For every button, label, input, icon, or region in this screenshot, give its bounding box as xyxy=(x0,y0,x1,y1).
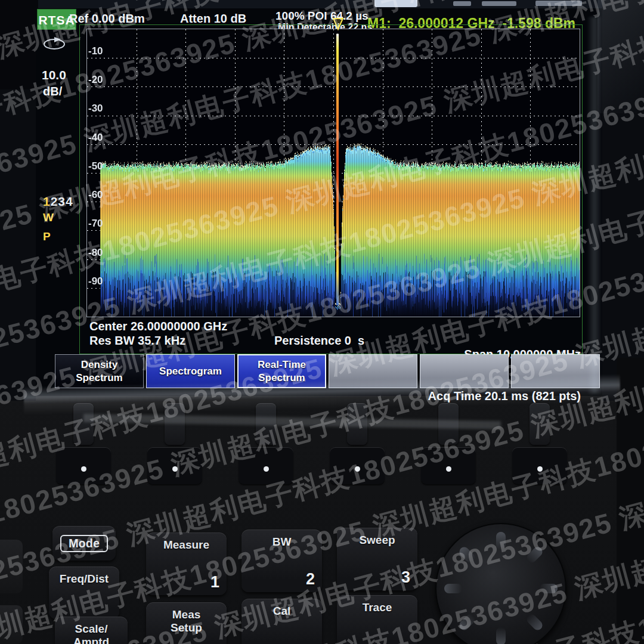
y-tick: -20 xyxy=(88,74,112,86)
top-fragment xyxy=(453,1,471,6)
nav-dot-key-6[interactable] xyxy=(512,447,567,484)
key-label: Measure xyxy=(146,538,227,552)
nav-dot-key-2[interactable] xyxy=(147,447,202,484)
top-cropped-tab xyxy=(374,0,417,7)
softkey-density-spectrum[interactable]: Density Spectrum xyxy=(55,354,144,388)
graticule-frame xyxy=(86,29,580,317)
y-tick: -80 xyxy=(88,247,112,259)
key-mode[interactable]: Mode xyxy=(52,526,116,561)
hw-softkey-6[interactable] xyxy=(530,403,550,445)
softkey-realtime-spectrum[interactable]: Real-Time Spectrum xyxy=(237,354,326,388)
key-meas-setup[interactable]: Meas Setup xyxy=(146,602,227,644)
key-cal[interactable]: Cal xyxy=(242,599,322,644)
trace-state-write: W xyxy=(43,211,54,224)
device-edge xyxy=(617,358,644,644)
knob-ridge xyxy=(540,584,558,593)
key-freq-dist[interactable]: Freq/Dist xyxy=(49,566,119,619)
marker-m1-icon[interactable] xyxy=(332,17,345,31)
key-digit: 3 xyxy=(401,568,410,587)
hw-softkey-2[interactable] xyxy=(165,403,185,445)
y-tick: -50 xyxy=(88,160,112,172)
softkey-spectrogram[interactable]: Spectrogram xyxy=(146,354,235,388)
key-label: Sweep xyxy=(337,534,417,547)
scale-per-div: 10.0 xyxy=(42,68,66,82)
scale-unit: dB/ xyxy=(43,85,62,98)
trace-state-p: P xyxy=(43,230,51,243)
softkey-blank-6[interactable] xyxy=(511,354,600,388)
key-digit: 2 xyxy=(306,570,315,589)
y-tick: -90 xyxy=(88,275,112,287)
res-bw: Res BW 35.7 kHz xyxy=(89,334,185,348)
center-frequency: Center 26.00000000 GHz xyxy=(89,320,227,333)
knob-ridge xyxy=(525,545,544,565)
knob-ridge xyxy=(444,584,462,593)
nav-dot-key-1[interactable] xyxy=(56,447,111,484)
key-dot xyxy=(81,466,86,472)
key-label: Meas Setup xyxy=(146,608,227,634)
key-label: BW xyxy=(242,535,322,549)
y-tick: -40 xyxy=(88,132,112,144)
continuous-sweep-icon xyxy=(41,33,68,52)
ref-level: Ref 0.00 dBm xyxy=(69,12,145,26)
lcd-screen: RTSA Ref 0.00 dBm Atten 10 dB 100% POI 6… xyxy=(36,8,602,396)
trace-234-indicators: 234 xyxy=(51,194,73,208)
knob-ridge xyxy=(525,612,544,632)
hw-softkey-3[interactable] xyxy=(256,403,276,445)
top-fragment xyxy=(535,1,582,6)
bezel-right xyxy=(602,0,644,401)
knob-ridge xyxy=(457,545,477,565)
poi-readout: 100% POI 64.2 µs xyxy=(275,10,369,23)
partial-key-left-2[interactable] xyxy=(0,605,23,644)
attenuation: Atten 10 dB xyxy=(180,12,246,26)
y-tick: -70 xyxy=(88,218,112,230)
hw-softkey-4[interactable] xyxy=(347,403,367,445)
key-dot xyxy=(355,466,360,472)
nav-dot-key-5[interactable] xyxy=(421,447,476,484)
key-bw-2[interactable]: BW 2 xyxy=(242,530,322,592)
softkey-blank-4[interactable] xyxy=(329,354,417,388)
knob-ridge xyxy=(496,532,506,550)
key-dot xyxy=(172,466,178,472)
nav-dot-key-4[interactable] xyxy=(330,447,385,484)
knob-ridge xyxy=(457,612,477,632)
key-scale-amptd[interactable]: Scale/ Amptd xyxy=(55,617,128,644)
rotary-knob[interactable] xyxy=(435,523,566,644)
trace-1-indicator: 1 xyxy=(43,194,51,208)
knob-ridge xyxy=(496,627,506,644)
nav-dot-key-3[interactable] xyxy=(239,447,293,484)
trace-indicators: 1234 xyxy=(43,194,73,209)
key-trace[interactable]: Trace xyxy=(337,595,417,644)
key-label: Freq/Dist xyxy=(49,572,119,586)
top-fragment xyxy=(482,1,516,6)
density-spectrum-plot[interactable] xyxy=(87,29,580,317)
acq-time: Acq Time 20.1 ms (821 pts) xyxy=(352,389,581,403)
key-label: Scale/ Amptd xyxy=(55,623,128,644)
key-dot xyxy=(264,466,269,472)
hw-softkey-1[interactable] xyxy=(73,403,94,445)
key-label: Trace xyxy=(337,601,417,614)
key-dot xyxy=(537,466,543,472)
key-sweep-3[interactable]: Sweep 3 xyxy=(337,528,417,590)
y-tick: -30 xyxy=(88,103,112,114)
partial-key-left-1[interactable] xyxy=(0,540,23,593)
key-digit: 1 xyxy=(210,573,219,592)
spectrum-analyzer-device: RTSA Ref 0.00 dBm Atten 10 dB 100% POI 6… xyxy=(0,0,644,644)
y-tick: -60 xyxy=(88,189,112,201)
wrap-shadow-corner xyxy=(0,0,38,89)
hw-softkey-5[interactable] xyxy=(438,403,459,445)
key-label: Cal xyxy=(242,605,322,618)
softkey-blank-5[interactable] xyxy=(420,354,509,388)
key-dot xyxy=(446,466,451,472)
key-measure-1[interactable]: Measure 1 xyxy=(146,532,227,595)
y-tick: -10 xyxy=(88,45,112,57)
key-mode-label: Mode xyxy=(60,535,108,552)
persistence: Persistence 0 s xyxy=(274,334,364,348)
